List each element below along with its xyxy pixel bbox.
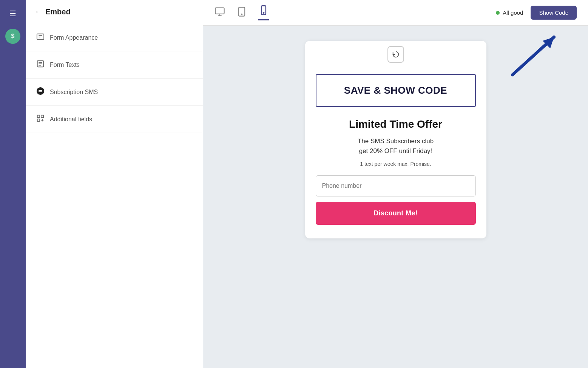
sidebar-item-label-additional-fields: Additional fields: [50, 116, 92, 123]
form-appearance-icon: [36, 32, 45, 43]
subscription-sms-icon: [36, 87, 45, 97]
form-fine-print: 1 text per week max. Promise.: [316, 161, 476, 167]
tablet-icon[interactable]: [236, 6, 247, 19]
main-content: All good Show Code SAVE & SHOW CODE: [203, 0, 588, 368]
status-dot: [496, 11, 500, 15]
show-code-button[interactable]: Show Code: [531, 6, 577, 20]
sidebar-header: ← Embed: [26, 0, 203, 24]
svg-point-8: [39, 91, 40, 91]
preview-area: SAVE & SHOW CODE Limited Time Offer The …: [203, 26, 588, 368]
rotate-handle[interactable]: [387, 46, 404, 63]
phone-input[interactable]: [316, 175, 476, 196]
additional-fields-icon: [36, 114, 45, 124]
mobile-icon[interactable]: [258, 5, 269, 20]
topbar: All good Show Code: [203, 0, 588, 26]
sidebar-item-label-subscription-sms: Subscription SMS: [50, 89, 98, 96]
back-arrow-icon[interactable]: ←: [35, 8, 42, 16]
sidebar-item-subscription-sms[interactable]: Subscription SMS: [26, 79, 203, 106]
sidebar-item-label-form-appearance: Form Appearance: [50, 34, 98, 41]
submit-button[interactable]: Discount Me!: [316, 202, 476, 225]
sidebar-title: Embed: [45, 8, 71, 16]
avatar[interactable]: $: [5, 29, 20, 44]
svg-point-20: [241, 14, 242, 14]
svg-rect-16: [215, 8, 224, 14]
form-texts-icon: [36, 60, 45, 70]
svg-point-9: [40, 91, 41, 91]
status-text: All good: [503, 9, 523, 16]
form-headline: Limited Time Offer: [316, 118, 476, 130]
sidebar-item-additional-fields[interactable]: Additional fields: [26, 106, 203, 133]
svg-point-22: [263, 12, 264, 13]
sidebar: ← Embed Form Appearance Form Texts: [26, 0, 203, 368]
form-subtext: The SMS Subscribers clubget 20% OFF unti…: [316, 136, 476, 156]
sidebar-item-label-form-texts: Form Texts: [50, 62, 80, 68]
desktop-icon[interactable]: [215, 6, 225, 19]
save-show-code-button[interactable]: SAVE & SHOW CODE: [316, 74, 476, 107]
svg-rect-12: [41, 115, 43, 118]
sidebar-item-form-texts[interactable]: Form Texts: [26, 51, 203, 79]
status-indicator: All good: [496, 9, 523, 16]
hamburger-icon[interactable]: ☰: [6, 6, 19, 21]
sidebar-item-form-appearance[interactable]: Form Appearance: [26, 24, 203, 51]
topbar-right: All good Show Code: [496, 6, 577, 20]
svg-point-10: [41, 91, 42, 91]
svg-rect-13: [37, 119, 40, 121]
arrow-annotation: [490, 33, 558, 88]
nav-strip: ☰ $: [0, 0, 26, 368]
svg-rect-11: [37, 115, 40, 118]
form-preview-card: SAVE & SHOW CODE Limited Time Offer The …: [305, 41, 486, 238]
device-switcher: [215, 5, 269, 20]
sidebar-menu: Form Appearance Form Texts Subscription …: [26, 24, 203, 133]
